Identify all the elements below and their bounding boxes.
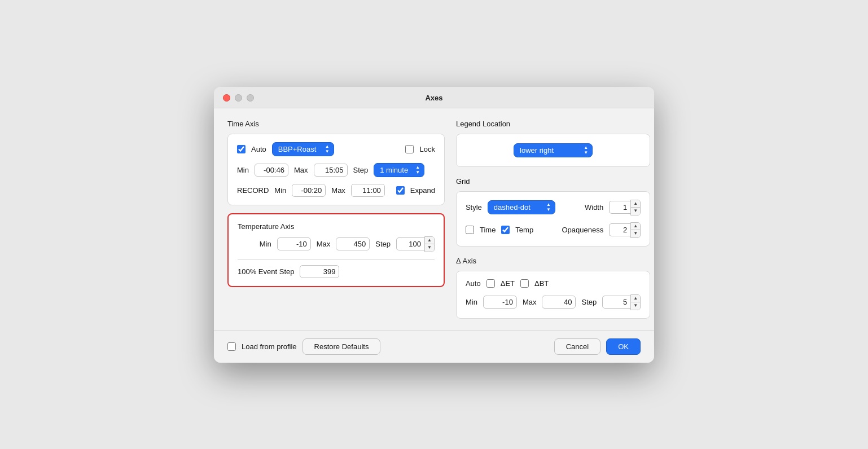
min-label: Min — [237, 166, 249, 174]
expand-label: Expand — [410, 186, 435, 195]
source-select[interactable]: BBP+Roast — [272, 142, 334, 156]
delta-bt-checkbox[interactable] — [520, 279, 529, 288]
record-min-label: Min — [274, 186, 286, 195]
record-max-label: Max — [331, 186, 345, 195]
delta-axis-row1: Auto ΔET ΔBT — [466, 279, 641, 288]
temp-axis-row1: Min Max Step ▲ ▼ — [238, 236, 435, 252]
close-button[interactable] — [223, 94, 230, 102]
auto-label: Auto — [251, 145, 266, 153]
grid-section: Grid Style dashed-dot ▲ ▼ — [456, 177, 650, 246]
record-label: RECORD — [237, 186, 269, 195]
temp-axis-label: Temperature Axis — [238, 222, 435, 231]
opaqueness-label: Opaqueness — [562, 226, 603, 234]
delta-step-up[interactable]: ▲ — [631, 295, 640, 302]
auto-checkbox[interactable] — [237, 145, 246, 153]
opaqueness-buttons: ▲ ▼ — [630, 222, 641, 238]
legend-location-label: Legend Location — [456, 120, 650, 128]
window-title: Axes — [425, 94, 442, 102]
delta-axis-panel: Auto ΔET ΔBT Min Max Step — [456, 271, 650, 319]
cancel-button[interactable]: Cancel — [554, 338, 600, 355]
ok-button[interactable]: OK — [606, 338, 641, 355]
grid-temp-checkbox[interactable] — [501, 226, 510, 234]
temp-step-up[interactable]: ▲ — [425, 237, 434, 244]
delta-axis-row2: Min Max Step ▲ ▼ — [466, 294, 641, 310]
grid-width-input[interactable] — [609, 201, 630, 214]
temp-min-label: Min — [260, 240, 271, 248]
footer-right: Cancel OK — [554, 338, 641, 355]
delta-step-down[interactable]: ▼ — [631, 302, 640, 310]
restore-defaults-button[interactable]: Restore Defaults — [303, 338, 381, 355]
delta-min-label: Min — [466, 298, 477, 306]
delta-step-buttons: ▲ ▼ — [630, 294, 641, 310]
temp-min-input[interactable] — [277, 237, 311, 250]
lock-checkbox[interactable] — [405, 145, 414, 153]
temp-axis-row2: 100% Event Step — [238, 265, 435, 278]
lock-label: Lock — [419, 145, 435, 153]
temp-step-input[interactable] — [396, 237, 424, 250]
temp-axis-section: Temperature Axis Min Max Step ▲ — [227, 213, 445, 287]
record-max-input[interactable] — [351, 184, 385, 197]
minimize-button[interactable] — [235, 94, 242, 102]
legend-select[interactable]: lower right — [514, 143, 593, 157]
delta-et-label: ΔET — [501, 279, 515, 288]
temp-max-input[interactable] — [336, 237, 370, 250]
temp-max-label: Max — [317, 240, 331, 248]
expand-checkbox[interactable] — [396, 186, 405, 195]
delta-step-label: Step — [581, 298, 597, 306]
traffic-lights — [223, 94, 254, 102]
grid-width-down[interactable]: ▼ — [631, 208, 640, 215]
record-min-input[interactable] — [292, 184, 326, 197]
source-select-wrapper: BBP+Roast ▲ ▼ — [272, 142, 334, 156]
time-axis-row1: Auto BBP+Roast ▲ ▼ Lock — [237, 142, 435, 156]
delta-axis-label: Δ Axis — [456, 257, 650, 265]
footer-left: Load from profile Restore Defaults — [227, 338, 380, 355]
step-select[interactable]: 1 minute — [374, 163, 424, 177]
temp-step-stepper: ▲ ▼ — [396, 236, 435, 252]
grid-style-wrapper: dashed-dot ▲ ▼ — [488, 200, 555, 214]
temp-axis-panel: Temperature Axis Min Max Step ▲ — [227, 213, 445, 287]
main-content: Time Axis Auto BBP+Roast ▲ ▼ — [214, 108, 654, 330]
maximize-button[interactable] — [247, 94, 254, 102]
time-axis-row2: Min Max Step 1 minute ▲ ▼ — [237, 163, 435, 177]
step-label: Step — [353, 166, 369, 174]
event-step-input[interactable] — [300, 265, 339, 278]
grid-style-select[interactable]: dashed-dot — [488, 200, 555, 214]
load-from-profile-label: Load from profile — [242, 342, 297, 351]
delta-max-input[interactable] — [542, 296, 576, 309]
grid-temp-label: Temp — [515, 226, 533, 234]
time-max-input[interactable] — [314, 164, 348, 177]
legend-location-panel: lower right ▲ ▼ — [456, 134, 650, 167]
opaqueness-input[interactable] — [609, 223, 630, 236]
delta-max-label: Max — [523, 298, 537, 306]
time-axis-row3: RECORD Min Max Expand — [237, 184, 435, 197]
titlebar: Axes — [214, 87, 654, 108]
max-label: Max — [294, 166, 308, 174]
style-label: Style — [466, 203, 482, 212]
opaqueness-up[interactable]: ▲ — [631, 223, 640, 230]
opaqueness-down[interactable]: ▼ — [631, 230, 640, 237]
grid-row2: Time Temp Opaqueness ▲ ▼ — [466, 222, 641, 238]
delta-step-input[interactable] — [602, 296, 630, 309]
delta-et-checkbox[interactable] — [486, 279, 495, 288]
grid-time-checkbox[interactable] — [466, 226, 474, 234]
load-from-profile-checkbox[interactable] — [227, 342, 236, 351]
event-step-label: 100% Event Step — [238, 267, 294, 276]
axes-dialog: Axes Time Axis Auto BBP+Roast ▲ — [214, 87, 654, 363]
temp-step-label: Step — [375, 240, 391, 248]
grid-width-up[interactable]: ▲ — [631, 200, 640, 208]
grid-time-label: Time — [480, 226, 496, 234]
delta-step-stepper: ▲ ▼ — [602, 294, 641, 310]
grid-row1: Style dashed-dot ▲ ▼ Width — [466, 200, 641, 215]
time-axis-label: Time Axis — [227, 120, 445, 128]
time-min-input[interactable] — [255, 164, 288, 177]
opaqueness-stepper: ▲ ▼ — [609, 222, 641, 238]
delta-min-input[interactable] — [483, 296, 517, 309]
footer: Load from profile Restore Defaults Cance… — [214, 330, 654, 363]
grid-panel: Style dashed-dot ▲ ▼ Width — [456, 191, 650, 246]
grid-label: Grid — [456, 177, 650, 186]
delta-axis-section: Δ Axis Auto ΔET ΔBT Min Max — [456, 257, 650, 319]
temp-step-down[interactable]: ▼ — [425, 244, 434, 252]
temp-step-buttons: ▲ ▼ — [424, 236, 435, 252]
delta-bt-label: ΔBT — [534, 279, 549, 288]
delta-auto-label: Auto — [466, 279, 481, 288]
